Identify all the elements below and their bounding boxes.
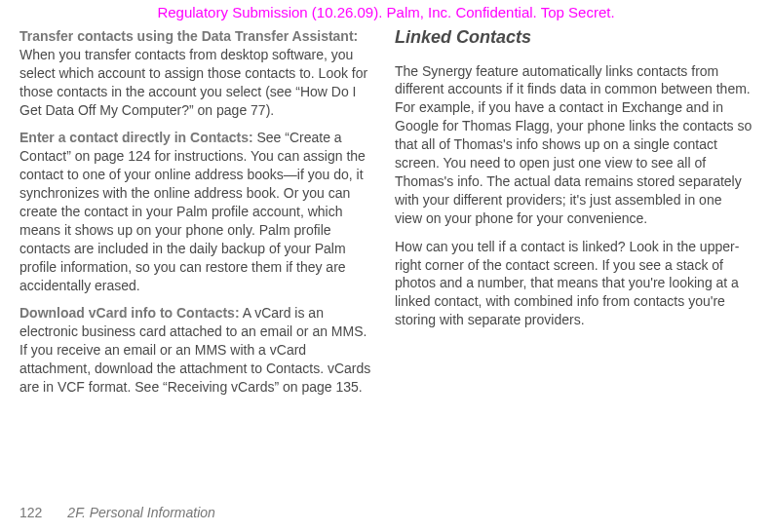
heading-linked-contacts: Linked Contacts — [395, 27, 753, 49]
page-number: 122 — [19, 505, 42, 520]
paragraph-transfer: Transfer contacts using the Data Transfe… — [19, 27, 377, 119]
text-transfer: When you transfer contacts from desktop … — [19, 47, 367, 118]
lead-enter: Enter a contact directly in Contacts: — [19, 130, 253, 145]
paragraph-vcard: Download vCard info to Contacts: A vCard… — [19, 304, 377, 396]
confidential-banner: Regulatory Submission (10.26.09). Palm, … — [0, 4, 772, 20]
paragraph-synergy: The Synergy feature automatically links … — [395, 62, 753, 228]
right-column: Linked Contacts The Synergy feature auto… — [395, 27, 753, 406]
page-content: Transfer contacts using the Data Transfe… — [0, 0, 772, 426]
page-footer: 1222F. Personal Information — [19, 505, 215, 520]
section-label: 2F. Personal Information — [67, 505, 215, 520]
lead-transfer: Transfer contacts using the Data Transfe… — [19, 28, 358, 44]
text-enter: See “Create a Contact” on page 124 for i… — [19, 130, 366, 292]
paragraph-linked-tell: How can you tell if a contact is linked?… — [395, 238, 753, 329]
lead-vcard: Download vCard info to Contacts: — [19, 305, 240, 321]
paragraph-enter: Enter a contact directly in Contacts: Se… — [19, 129, 377, 294]
left-column: Transfer contacts using the Data Transfe… — [19, 27, 377, 406]
